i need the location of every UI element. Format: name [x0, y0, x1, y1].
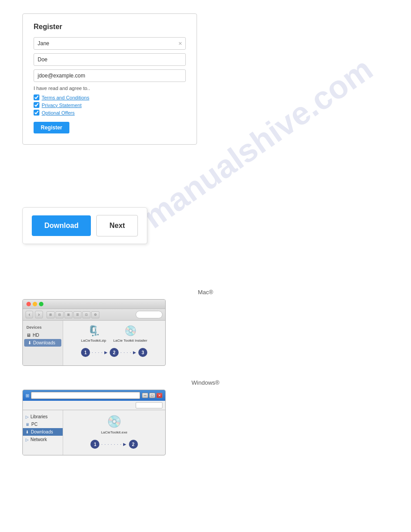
mac-step-1: 1: [81, 348, 90, 357]
mac-steps-row: 1 · · · · ▶ 2 · · · · ▶ 3: [81, 348, 147, 357]
win-content: 💿 LaCieToolkit.exe 1 · · · · · · · ▶ 2: [63, 410, 165, 455]
network-label: Network: [30, 437, 47, 442]
mac-dots-2: · · · · ▶: [120, 350, 137, 355]
exe-file-label: LaCieToolkit.exe: [101, 430, 128, 434]
email-input[interactable]: [34, 69, 186, 82]
mac-body: Devices 🖥 HD ⬇ Downloads 🗜️ LaCieToo: [23, 321, 165, 365]
last-name-row: [34, 53, 186, 66]
win-titlebar: ⊞ ─ □ ✕: [23, 390, 165, 401]
windows-section: Windows® ⊞ ─ □ ✕ ▷ Li: [22, 379, 389, 455]
windows-window: ⊞ ─ □ ✕ ▷ Libraries: [22, 390, 166, 455]
installer-file-icon: 💿: [124, 325, 137, 337]
terms-checkbox[interactable]: [34, 94, 39, 100]
win-search-bar: [23, 401, 165, 410]
windows-label: Windows®: [22, 379, 389, 386]
first-name-input[interactable]: [34, 37, 186, 50]
win-maximize-button[interactable]: □: [149, 393, 155, 398]
mac-icon-3: ⊠: [64, 311, 73, 318]
win-sidebar-pc[interactable]: 🖥 PC: [23, 420, 63, 428]
mac-gear-icon[interactable]: ⚙: [91, 311, 99, 318]
terms-label[interactable]: Terms and Conditions: [42, 95, 89, 100]
win-step-1: 1: [90, 440, 99, 449]
win-files: 💿 LaCieToolkit.exe: [101, 415, 128, 434]
win-file-exe: 💿 LaCieToolkit.exe: [101, 415, 128, 434]
win-sidebar-downloads[interactable]: ⬇ Downloads: [23, 428, 63, 436]
libraries-icon: ▷: [26, 415, 29, 419]
win-sidebar-libraries[interactable]: ▷ Libraries: [23, 413, 63, 420]
win-minimize-button[interactable]: ─: [142, 393, 148, 398]
mac-files: 🗜️ LaCieToolkit.zip 💿 LaCie Toolkit Inst…: [81, 325, 147, 343]
network-icon: ▷: [26, 438, 29, 442]
mac-window: ‹ › ⊞ ⊟ ⊠ ☰ ⊡ ⚙ Devices 🖥 HD: [22, 299, 166, 366]
mac-forward-button[interactable]: ›: [35, 311, 43, 318]
mac-file-zip: 🗜️ LaCieToolkit.zip: [81, 325, 106, 343]
mac-step-2: 2: [110, 348, 119, 357]
offers-checkbox[interactable]: [34, 110, 39, 116]
hd-icon: 🖥: [26, 333, 31, 338]
mac-downloads-label: Downloads: [33, 340, 55, 345]
download-next-box: Download Next: [22, 207, 147, 244]
privacy-checkbox[interactable]: [34, 102, 39, 108]
first-name-row: ✕: [34, 37, 186, 50]
checkbox-offers: Optional Offers: [34, 110, 186, 116]
libraries-label: Libraries: [30, 414, 47, 419]
last-name-input[interactable]: [34, 53, 186, 66]
next-button[interactable]: Next: [96, 215, 138, 236]
zip-file-label: LaCieToolkit.zip: [81, 339, 106, 343]
mac-sidebar-downloads[interactable]: ⬇ Downloads: [24, 339, 61, 347]
mac-icon-1: ⊞: [47, 311, 55, 318]
mac-file-installer: 💿 LaCie Toolkit Installer: [113, 325, 147, 343]
win-sidebar-network[interactable]: ▷ Network: [23, 436, 63, 443]
offers-label[interactable]: Optional Offers: [42, 110, 75, 116]
win-downloads-icon: ⬇: [26, 430, 29, 434]
installer-file-label: LaCie Toolkit Installer: [113, 339, 147, 343]
zip-file-icon: 🗜️: [88, 325, 100, 337]
mac-section: Mac® ‹ › ⊞ ⊟ ⊠ ☰ ⊡ ⚙: [22, 289, 389, 366]
mac-titlebar: [23, 300, 165, 309]
mac-label: Mac®: [22, 289, 389, 296]
win-dots-1: · · · · · · · ▶: [101, 442, 127, 446]
mac-toolbar-icons: ⊞ ⊟ ⊠ ☰ ⊡ ⚙: [47, 311, 99, 318]
checkbox-terms: Terms and Conditions: [34, 94, 186, 100]
clear-icon[interactable]: ✕: [178, 41, 182, 47]
mac-sidebar-section: Devices: [23, 324, 63, 330]
mac-hd-label: HD: [33, 333, 39, 338]
win-close-button[interactable]: ✕: [156, 393, 163, 398]
mac-content: 🗜️ LaCieToolkit.zip 💿 LaCie Toolkit Inst…: [63, 321, 165, 365]
mac-icon-5: ⊡: [82, 311, 90, 318]
win-address-bar[interactable]: [31, 392, 140, 399]
mac-step-3: 3: [138, 348, 147, 357]
mac-search-input[interactable]: [136, 311, 163, 318]
mac-toolbar: ‹ › ⊞ ⊟ ⊠ ☰ ⊡ ⚙: [23, 309, 165, 321]
register-form: Register ✕ I have read and agree to.. Te…: [22, 13, 197, 145]
mac-back-button[interactable]: ‹: [26, 311, 33, 318]
win-sidebar: ▷ Libraries 🖥 PC ⬇ Downloads ▷ Network: [23, 410, 63, 455]
win-logo-icon: ⊞: [26, 393, 29, 398]
win-downloads-label: Downloads: [31, 429, 53, 434]
mac-sidebar-hd[interactable]: 🖥 HD: [23, 331, 63, 339]
mac-dots-1: · · · · ▶: [92, 350, 108, 355]
email-row: [34, 69, 186, 82]
win-controls: ─ □ ✕: [142, 393, 163, 398]
mac-close-dot[interactable]: [26, 302, 31, 306]
mac-icon-2: ⊟: [56, 311, 64, 318]
mac-maximize-dot[interactable]: [39, 302, 43, 306]
pc-icon: 🖥: [26, 422, 30, 427]
exe-file-icon: 💿: [107, 415, 121, 429]
download-button[interactable]: Download: [32, 215, 91, 236]
register-button[interactable]: Register: [34, 122, 69, 133]
privacy-label[interactable]: Privacy Statement: [42, 103, 81, 108]
win-step-2: 2: [129, 440, 138, 449]
downloads-icon: ⬇: [28, 340, 31, 345]
win-steps-row: 1 · · · · · · · ▶ 2: [90, 440, 137, 449]
register-title: Register: [34, 23, 186, 31]
mac-minimize-dot[interactable]: [33, 302, 37, 306]
mac-sidebar: Devices 🖥 HD ⬇ Downloads: [23, 321, 63, 365]
win-body: ▷ Libraries 🖥 PC ⬇ Downloads ▷ Network: [23, 410, 165, 455]
mac-icon-4: ☰: [73, 311, 81, 318]
agree-text: I have read and agree to..: [34, 86, 186, 91]
checkbox-privacy: Privacy Statement: [34, 102, 186, 108]
win-search-input[interactable]: [136, 402, 163, 408]
pc-label: PC: [31, 422, 38, 427]
